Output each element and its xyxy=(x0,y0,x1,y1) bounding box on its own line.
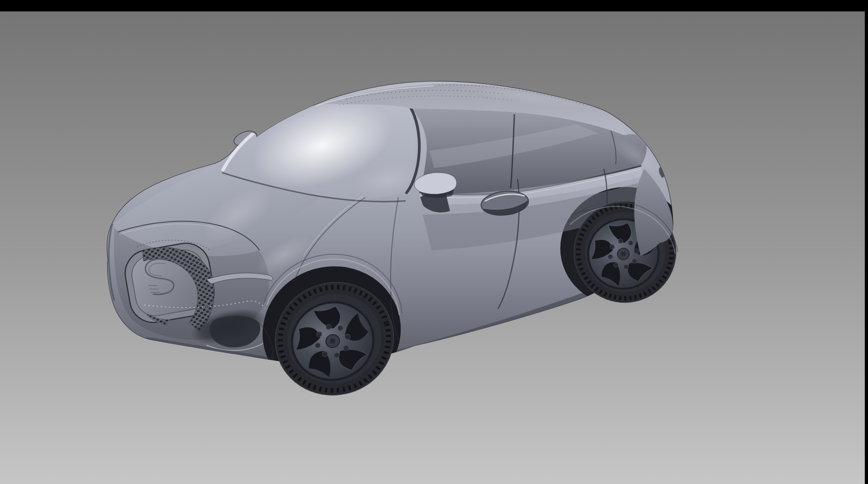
car-model-render xyxy=(0,11,865,484)
viewport-3d[interactable] xyxy=(0,11,865,484)
letterbox-right-bar xyxy=(865,0,868,484)
letterbox-top-bar xyxy=(0,0,868,11)
screenshot-frame xyxy=(0,0,868,484)
car-model xyxy=(107,79,699,413)
